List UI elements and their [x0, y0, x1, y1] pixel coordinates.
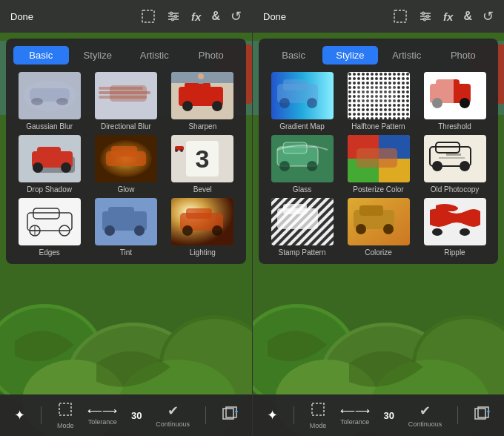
filter-old-photocopy[interactable]: Old Photocopy — [419, 135, 491, 194]
bottom-toolbar-left: ✦ Mode ⟵⟶ Tolerance 30 ✔ Continuous — [0, 394, 252, 436]
filter-thumb-posterize-color — [348, 135, 410, 182]
filter-thumb-glow — [95, 135, 157, 182]
tab-basic-left[interactable]: Basic — [13, 46, 69, 65]
bottom-toolbar-right: ✦ Mode ⟵⟶ Tolerance 30 ✔ Continuous — [253, 394, 504, 436]
svg-rect-127 — [439, 157, 465, 159]
filter-drop-shadow[interactable]: Drop Shadow — [13, 135, 85, 194]
undo-icon-right[interactable]: ↺ — [478, 5, 498, 27]
filter-directional-blur[interactable]: Directional Blur — [90, 72, 162, 131]
filter-label-ripple: Ripple — [444, 248, 465, 257]
magic-wand-icon-left: ✦ — [14, 407, 25, 423]
filter-thumb-old-photocopy — [424, 135, 486, 182]
tab-photo-right[interactable]: Photo — [436, 46, 491, 65]
filter-glass[interactable]: Glass — [266, 135, 338, 194]
svg-rect-71 — [59, 403, 71, 415]
tolerance-value-left: 30 — [131, 410, 142, 421]
tab-photo-left[interactable]: Photo — [184, 46, 239, 65]
layers-tool-left[interactable] — [222, 406, 238, 426]
tab-stylize-right[interactable]: Stylize — [322, 46, 377, 65]
filter-edges[interactable]: Edges — [13, 198, 85, 257]
selection-mode-tool-left[interactable]: Mode — [57, 402, 74, 429]
svg-point-69 — [182, 225, 193, 236]
tab-stylize-left[interactable]: Stylize — [70, 46, 126, 65]
filter-gradient-map[interactable]: Gradient Map — [266, 72, 338, 131]
filter-glow[interactable]: Glow — [90, 135, 162, 194]
continuous-tool-right[interactable]: ✔ Continuous — [408, 403, 442, 428]
filter-gaussian-blur[interactable]: Gaussian Blur — [13, 72, 85, 131]
divider-1-left — [41, 406, 42, 424]
svg-point-125 — [460, 161, 470, 171]
svg-rect-103 — [355, 85, 396, 105]
continuous-tool-left[interactable]: ✔ Continuous — [156, 403, 190, 428]
tolerance-num-left: 30 — [131, 410, 142, 421]
svg-point-108 — [460, 98, 470, 108]
filter-threshold[interactable]: Threshold — [419, 72, 491, 131]
selection-icon-right[interactable] — [388, 6, 412, 27]
filter-sharpen[interactable]: Sharpen — [167, 72, 239, 131]
selection-icon-left[interactable] — [136, 6, 160, 27]
svg-rect-112 — [283, 142, 307, 153]
filter-lighting[interactable]: Lighting — [167, 198, 239, 257]
undo-icon-left[interactable]: ↺ — [226, 5, 246, 27]
filter-label-lighting: Lighting — [190, 248, 216, 257]
layers-tool-right[interactable] — [474, 406, 490, 426]
svg-rect-36 — [198, 79, 204, 84]
filter-thumb-gaussian-blur — [19, 72, 81, 119]
tab-basic-right[interactable]: Basic — [266, 46, 321, 65]
filter-thumb-sharpen — [171, 72, 233, 119]
filter-label-sharpen: Sharpen — [188, 122, 216, 131]
svg-point-98 — [279, 98, 290, 108]
svg-point-64 — [134, 225, 145, 236]
filter-grid-left: Gaussian Blur Directional Blur — [13, 72, 239, 257]
svg-rect-126 — [446, 153, 461, 156]
tolerance-icon-left: ⟵⟶ — [87, 405, 117, 417]
right-panel: LIFE N TOO Done fx & ↺ — [252, 0, 504, 436]
filter-label-directional-blur: Directional Blur — [101, 122, 151, 131]
svg-rect-68 — [186, 208, 212, 219]
selection-mode-tool-right[interactable]: Mode — [310, 402, 327, 429]
mode-label-left: Mode — [57, 422, 74, 429]
svg-point-70 — [212, 225, 222, 236]
filter-tint[interactable]: Tint — [90, 198, 162, 257]
filter-ripple[interactable]: Ripple — [419, 198, 491, 257]
done-button-right[interactable]: Done — [259, 8, 291, 25]
svg-point-33 — [212, 101, 222, 111]
tolerance-tool-right[interactable]: ⟵⟶ Tolerance — [340, 405, 370, 426]
filter-thumb-gradient-map — [271, 72, 334, 119]
filter-posterize-color[interactable]: Posterize Color — [342, 135, 414, 194]
tolerance-tool-left[interactable]: ⟵⟶ Tolerance — [87, 405, 117, 426]
ampersand-icon-left[interactable]: & — [207, 7, 225, 26]
svg-point-16 — [170, 12, 173, 15]
svg-rect-40 — [37, 147, 61, 157]
svg-point-51 — [175, 149, 178, 152]
tab-artistic-left[interactable]: Artistic — [127, 46, 182, 65]
svg-text:3: 3 — [196, 145, 210, 173]
fx-icon-left[interactable]: fx — [187, 7, 205, 26]
selection-icon-left — [58, 402, 73, 420]
svg-point-124 — [432, 161, 442, 171]
magic-wand-tool-right[interactable]: ✦ — [267, 407, 278, 423]
fx-icon-right[interactable]: fx — [439, 7, 457, 26]
svg-rect-12 — [142, 10, 154, 22]
filter-stamp-pattern[interactable]: Stamp Pattern — [266, 198, 338, 257]
svg-rect-109 — [424, 72, 454, 119]
svg-rect-88 — [394, 10, 406, 22]
continuous-label-right: Continuous — [408, 420, 442, 428]
filter-label-glow: Glow — [118, 185, 135, 194]
filter-colorize[interactable]: Colorize — [342, 198, 414, 257]
tab-artistic-right[interactable]: Artistic — [379, 46, 434, 65]
svg-point-35 — [198, 73, 204, 79]
done-button-left[interactable]: Done — [6, 8, 38, 25]
divider-2-left — [205, 406, 206, 424]
magic-wand-tool-left[interactable]: ✦ — [14, 407, 25, 423]
filter-halftone-pattern[interactable]: Halftone Pattern — [342, 72, 414, 131]
sliders-icon-right[interactable] — [414, 6, 437, 27]
svg-point-17 — [174, 15, 177, 18]
sliders-icon-left[interactable] — [162, 6, 185, 27]
svg-rect-97 — [283, 79, 307, 90]
filter-label-stamp-pattern: Stamp Pattern — [279, 248, 326, 257]
tolerance-label-right: Tolerance — [340, 418, 369, 426]
ampersand-icon-right[interactable]: & — [459, 7, 477, 26]
filter-bevel[interactable]: 3 Bevel — [167, 135, 239, 194]
filter-label-old-photocopy: Old Photocopy — [431, 185, 480, 194]
